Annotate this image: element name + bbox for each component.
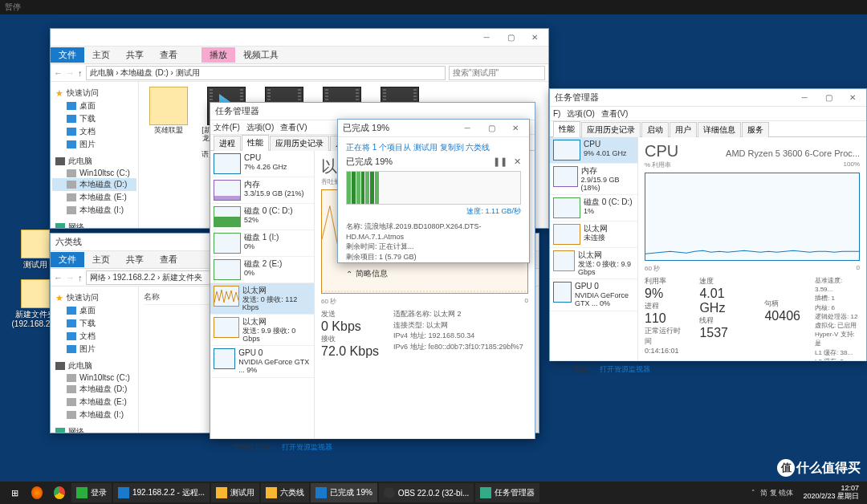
menu-file[interactable]: F): [553, 109, 560, 118]
nav-drive-c[interactable]: Win10ltsc (C:): [52, 372, 136, 383]
maximize-button[interactable]: ▢: [499, 30, 523, 46]
tab-view[interactable]: 查看: [152, 47, 185, 63]
taskbar-item-login[interactable]: 登录: [71, 483, 112, 502]
nav-documents[interactable]: 文档: [52, 330, 136, 343]
copy-progress-dialog[interactable]: 已完成 19% ─▢✕ 正在将 1 个项目从 测试用 复制到 六类线 已完成 1…: [337, 119, 530, 263]
nav-quick-access[interactable]: ★快速访问: [55, 87, 136, 99]
tab-home[interactable]: 主页: [84, 252, 118, 267]
chevron-up-icon[interactable]: ⌃: [556, 366, 563, 374]
taskbar-item-tm[interactable]: 任务管理器: [475, 483, 539, 502]
perf-item-cpu[interactable]: CPU9% 4.01 GHz: [550, 137, 637, 164]
menu-view[interactable]: 查看(V): [280, 122, 307, 133]
open-resmon-link[interactable]: 打开资源监视器: [600, 364, 650, 375]
menu-view[interactable]: 查看(V): [601, 108, 628, 120]
tab-file[interactable]: 文件: [51, 252, 84, 267]
titlebar[interactable]: 任务管理器 ─▢✕: [550, 89, 866, 107]
taskbar-item-six[interactable]: 六类线: [261, 483, 309, 502]
minimize-button[interactable]: ─: [792, 90, 816, 106]
tab-processes[interactable]: 进程: [214, 136, 241, 151]
taskbar-clock[interactable]: 12:072020/2/23 星期日: [798, 485, 864, 501]
taskbar-app-browser[interactable]: [49, 483, 70, 502]
less-info-link[interactable]: 简略信息(D): [233, 442, 272, 453]
maximize-button[interactable]: ▢: [816, 90, 841, 106]
tab-history[interactable]: 应用历史记录: [270, 136, 329, 151]
tab-share[interactable]: 共享: [118, 47, 152, 63]
nav-drive-i[interactable]: 本地磁盘 (I:): [52, 204, 136, 217]
titlebar[interactable]: ─ ▢ ✕: [51, 29, 548, 47]
close-button[interactable]: ✕: [523, 30, 547, 46]
nav-documents[interactable]: 文档: [52, 125, 136, 138]
titlebar[interactable]: 已完成 19% ─▢✕: [338, 120, 529, 137]
tab-users[interactable]: 用户: [670, 122, 697, 137]
perf-item-eth0[interactable]: 以太网未连接: [550, 222, 637, 248]
nav-back-icon[interactable]: ←: [54, 68, 63, 78]
start-button[interactable]: ⊞: [3, 482, 26, 504]
tab-performance[interactable]: 性能: [242, 135, 269, 151]
perf-item-gpu[interactable]: GPU 0NVIDIA GeForce GTX ... 0%: [550, 279, 637, 311]
perf-item-disk2[interactable]: 磁盘 2 (E:)0%: [210, 257, 314, 283]
close-button[interactable]: ✕: [841, 90, 865, 106]
taskbar-item-rdp[interactable]: 192.168.2.2 - 远程...: [113, 483, 210, 502]
nav-thispc[interactable]: 此电脑: [55, 360, 136, 372]
tab-share[interactable]: 共享: [118, 252, 152, 267]
nav-drive-e[interactable]: 本地磁盘 (E:): [52, 191, 136, 204]
nav-network[interactable]: 网络: [55, 222, 136, 228]
nav-drive-d[interactable]: 本地磁盘 (D:): [52, 178, 136, 191]
maximize-button[interactable]: ▢: [479, 120, 503, 136]
system-tray[interactable]: ˄ 简 复 镜体: [747, 488, 798, 498]
nav-drive-c[interactable]: Win10ltsc (C:): [52, 168, 136, 178]
nav-drive-d[interactable]: 本地磁盘 (D:): [52, 383, 136, 396]
nav-quick-access[interactable]: ★快速访问: [55, 292, 136, 303]
minimize-button[interactable]: ─: [455, 120, 479, 136]
nav-thispc[interactable]: 此电脑: [55, 156, 136, 167]
taskbar-item-copy[interactable]: 已完成 19%: [311, 483, 377, 502]
tab-video-tools[interactable]: 视频工具: [235, 47, 287, 63]
close-button[interactable]: ✕: [503, 120, 527, 136]
nav-downloads[interactable]: 下载: [52, 112, 136, 125]
titlebar[interactable]: 任务管理器: [210, 103, 535, 120]
nav-up-icon[interactable]: ↑: [78, 68, 83, 78]
nav-downloads[interactable]: 下载: [52, 317, 136, 330]
perf-item-disk0[interactable]: 磁盘 0 (C: D:)52%: [210, 204, 314, 230]
open-resmon-link[interactable]: 打开资源监视器: [282, 442, 332, 453]
taskbar-app-firefox[interactable]: [26, 483, 47, 502]
nav-back-icon[interactable]: ←: [54, 273, 63, 282]
perf-item-memory[interactable]: 内存3.3/15.9 GB (21%): [210, 177, 314, 204]
nav-up-icon[interactable]: ↑: [78, 273, 83, 282]
nav-fwd-icon[interactable]: →: [66, 68, 75, 78]
nav-pictures[interactable]: 图片: [52, 343, 136, 356]
tab-performance[interactable]: 性能: [553, 121, 580, 137]
tab-file[interactable]: 文件: [51, 47, 84, 63]
perf-item-disk0[interactable]: 磁盘 0 (C: D:)1%: [550, 195, 637, 222]
task-manager-right[interactable]: 任务管理器 ─▢✕ F) 选项(O) 查看(V) 性能 应用历史记录 启动 用户…: [549, 88, 867, 361]
tab-home[interactable]: 主页: [84, 47, 118, 63]
nav-pictures[interactable]: 图片: [52, 138, 136, 151]
tab-startup[interactable]: 启动: [641, 122, 669, 137]
taskbar-item-test[interactable]: 测试用: [211, 483, 259, 502]
perf-item-memory[interactable]: 内存2.9/15.9 GB (18%): [550, 164, 637, 195]
tab-services[interactable]: 服务: [742, 122, 769, 137]
ime-indicator[interactable]: 简 复 镜体: [760, 488, 793, 498]
nav-desktop[interactable]: 桌面: [52, 100, 136, 112]
address-bar[interactable]: 此电脑 › 本地磁盘 (D:) › 测试用: [86, 66, 446, 80]
nav-drive-i[interactable]: 本地磁盘 (I:): [52, 408, 136, 421]
perf-item-gpu[interactable]: GPU 0NVIDIA GeForce GTX ... 9%: [210, 346, 314, 377]
menu-file[interactable]: 文件(F): [214, 122, 240, 133]
tab-play[interactable]: 播放: [201, 47, 235, 63]
search-input[interactable]: [449, 66, 545, 80]
menu-options[interactable]: 选项(O): [246, 122, 274, 133]
nav-drive-e[interactable]: 本地磁盘 (E:): [52, 396, 136, 408]
menu-options[interactable]: 选项(O): [567, 108, 594, 120]
perf-item-disk1[interactable]: 磁盘 1 (I:)0%: [210, 230, 314, 257]
taskbar-item-obs[interactable]: OBS 22.0.2 (32-bi...: [379, 483, 474, 502]
nav-network[interactable]: 网络: [55, 426, 136, 433]
perf-item-cpu[interactable]: CPU7% 4.26 GHz: [210, 151, 314, 177]
file-item-folder[interactable]: 英雄联盟: [144, 87, 193, 135]
cancel-button[interactable]: ✕: [514, 156, 521, 167]
nav-fwd-icon[interactable]: →: [66, 273, 75, 282]
nav-desktop[interactable]: 桌面: [52, 304, 136, 317]
tab-history[interactable]: 应用历史记录: [581, 122, 641, 137]
perf-item-eth1[interactable]: 以太网发送: 0 接收: 9.9 Gbps: [550, 248, 637, 279]
pause-button[interactable]: ❚❚: [493, 156, 507, 167]
tab-details[interactable]: 详细信息: [698, 122, 741, 137]
